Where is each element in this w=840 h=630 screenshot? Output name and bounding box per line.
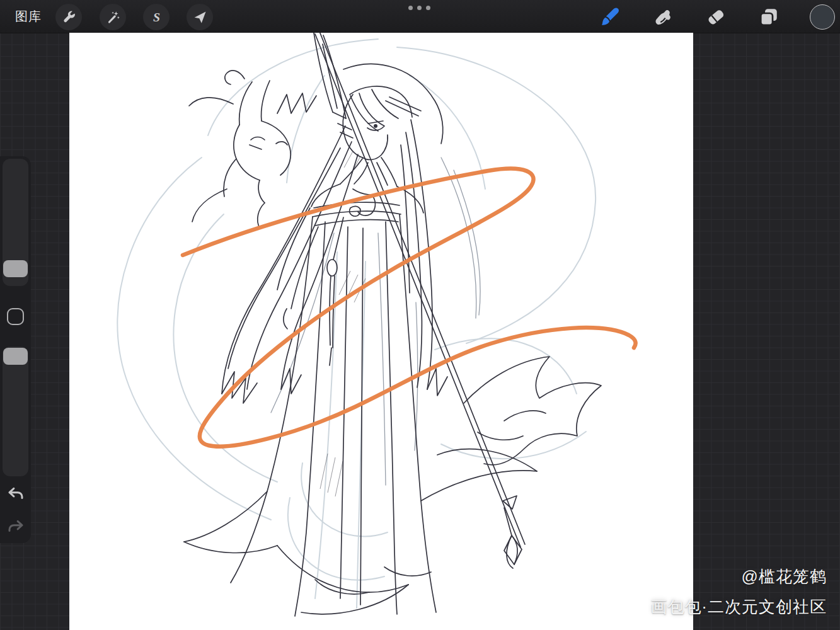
smudge-tool-button[interactable] — [649, 4, 677, 30]
procreate-screen: 图库 S — [0, 0, 840, 630]
magic-wand-icon — [105, 9, 121, 25]
opacity-slider[interactable] — [3, 346, 28, 476]
brush-size-slider[interactable] — [3, 159, 28, 286]
gallery-button[interactable]: 图库 — [15, 0, 42, 33]
sketch-artwork — [69, 33, 693, 630]
orange-swoosh-stroke — [183, 169, 636, 447]
ellipsis-icon[interactable] — [408, 6, 430, 10]
color-circle-swatch[interactable] — [810, 4, 835, 30]
opacity-handle[interactable] — [3, 348, 28, 365]
sidebar-controls — [0, 156, 31, 543]
watermark-artist: @槛花笼鹤 — [742, 566, 827, 588]
paint-tool-button[interactable] — [596, 4, 624, 30]
brush-size-handle[interactable] — [3, 260, 28, 277]
drawing-canvas[interactable] — [69, 33, 693, 630]
top-toolbar: 图库 S — [0, 0, 840, 33]
eraser-icon — [705, 6, 727, 28]
wrench-icon — [61, 9, 77, 25]
selection-s-icon: S — [149, 9, 164, 25]
main-sketch-lines — [184, 33, 601, 616]
layers-icon — [757, 6, 780, 28]
undo-icon — [6, 487, 25, 503]
watermark-community: 画包包·二次元文创社区 — [650, 596, 827, 618]
layers-button[interactable] — [755, 4, 783, 30]
undo-button[interactable] — [4, 485, 26, 505]
redo-button[interactable] — [4, 518, 26, 538]
selection-button[interactable]: S — [143, 4, 170, 30]
actions-button[interactable] — [55, 4, 82, 30]
svg-text:S: S — [152, 9, 159, 23]
adjustments-button[interactable] — [100, 4, 126, 30]
redo-icon — [6, 520, 25, 536]
transform-button[interactable] — [187, 4, 213, 30]
brush-icon — [598, 5, 622, 29]
erase-tool-button[interactable] — [702, 4, 730, 30]
smudge-hand-icon — [652, 6, 674, 28]
transform-arrow-icon — [192, 9, 208, 25]
modify-button[interactable] — [7, 308, 24, 325]
